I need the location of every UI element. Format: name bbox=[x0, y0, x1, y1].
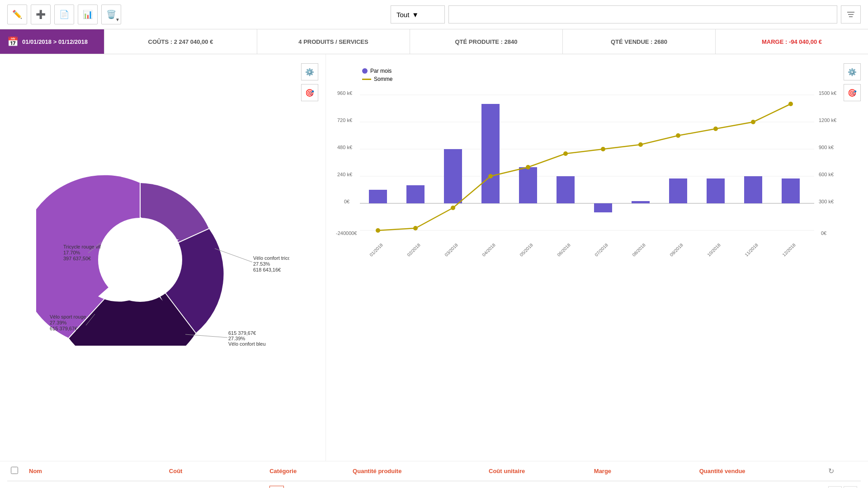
chart-button[interactable]: 📊 bbox=[78, 5, 98, 24]
svg-point-66 bbox=[751, 120, 755, 124]
date-range: 01/01/2018 > 01/12/2018 bbox=[22, 38, 88, 45]
stat-costs: COÛTS : 2 247 040,00 € bbox=[104, 29, 257, 54]
toolbar: ✏️ ➕ 📄 📊 🗑️ ▼ Tout ▼ bbox=[0, 0, 868, 29]
chart-zoom-button-right[interactable]: 🎯 bbox=[844, 84, 861, 101]
col-header-qty-sold: Quantité vendue bbox=[696, 461, 825, 481]
filter-label: Tout bbox=[396, 11, 409, 19]
table-section: Nom Coût Catégorie Quantité produite Coû… bbox=[0, 461, 868, 488]
svg-rect-49 bbox=[557, 176, 575, 203]
svg-point-58 bbox=[451, 206, 455, 210]
svg-text:300 k€: 300 k€ bbox=[819, 199, 834, 204]
svg-text:10/2018: 10/2018 bbox=[706, 242, 722, 258]
legend-dot-monthly bbox=[362, 68, 368, 74]
filter-dropdown[interactable]: Tout ▼ bbox=[391, 5, 445, 23]
svg-point-64 bbox=[676, 133, 680, 138]
svg-rect-44 bbox=[369, 190, 387, 203]
row-qty-sold-1: 700 bbox=[696, 481, 825, 488]
chevron-down-icon: ▼ bbox=[412, 11, 419, 19]
stat-margin: MARGE : -94 040,00 € bbox=[715, 29, 868, 54]
filter-icon bbox=[846, 10, 855, 19]
legend-item-sum: Somme bbox=[362, 76, 392, 82]
category-icon-1 bbox=[269, 486, 284, 488]
chart-settings-button-left[interactable]: ⚙️ bbox=[301, 63, 318, 80]
svg-text:1200 k€: 1200 k€ bbox=[819, 117, 836, 123]
svg-text:-240000€: -240000€ bbox=[336, 230, 357, 236]
stat-qty-sold: QTÉ VENDUE : 2680 bbox=[562, 29, 715, 54]
table-row: Tricycle rouge vif 397 637,50 € 700 568,… bbox=[7, 481, 861, 488]
svg-rect-48 bbox=[519, 167, 537, 203]
col-header-marge: Marge bbox=[590, 461, 696, 481]
legend-label-monthly: Par mois bbox=[370, 68, 392, 74]
svg-text:03/2018: 03/2018 bbox=[443, 242, 459, 258]
edit-button[interactable]: ✏️ bbox=[7, 5, 27, 24]
svg-text:Vélo sport rouge: Vélo sport rouge bbox=[50, 314, 86, 319]
svg-text:07/2018: 07/2018 bbox=[594, 242, 609, 258]
legend-item-monthly: Par mois bbox=[362, 68, 392, 74]
toolbar-right: Tout ▼ bbox=[391, 5, 861, 23]
calendar-icon: 📅 bbox=[7, 36, 19, 47]
svg-text:Vélo confort bleu: Vélo confort bleu bbox=[228, 341, 266, 346]
main-content: Tricycle rouge vif 17.70% 397 637,50€ Vé… bbox=[0, 54, 868, 461]
donut-chart-panel: Tricycle rouge vif 17.70% 397 637,50€ Vé… bbox=[0, 54, 326, 461]
bar-chart-panel: Par mois Somme 960 k€ 720 k€ 480 k€ 240 … bbox=[326, 54, 868, 461]
svg-text:0€: 0€ bbox=[344, 199, 349, 204]
legend-label-sum: Somme bbox=[374, 76, 392, 82]
filter-icon-button[interactable] bbox=[841, 5, 861, 23]
row-search-button-1[interactable]: 🔍 bbox=[828, 486, 842, 488]
filter-bar bbox=[448, 5, 837, 23]
donut-chart: Tricycle rouge vif 17.70% 397 637,50€ Vé… bbox=[36, 169, 289, 346]
row-qty-prod-1: 700 bbox=[349, 481, 485, 488]
row-unit-cost-1: 568,05 € bbox=[485, 481, 590, 488]
svg-text:615 379,67€: 615 379,67€ bbox=[228, 330, 256, 336]
svg-text:27.39%: 27.39% bbox=[50, 320, 67, 325]
svg-rect-53 bbox=[707, 178, 725, 203]
svg-text:02/2018: 02/2018 bbox=[406, 242, 421, 258]
svg-point-60 bbox=[526, 165, 530, 169]
svg-text:06/2018: 06/2018 bbox=[556, 242, 571, 258]
products-table: Nom Coût Catégorie Quantité produite Coû… bbox=[7, 461, 861, 488]
toolbar-left: ✏️ ➕ 📄 📊 🗑️ ▼ bbox=[7, 5, 121, 24]
svg-text:615 379,67€: 615 379,67€ bbox=[50, 326, 77, 331]
refresh-button[interactable]: ↻ bbox=[828, 467, 834, 475]
svg-text:05/2018: 05/2018 bbox=[519, 242, 534, 258]
chart-settings-button-right[interactable]: ⚙️ bbox=[844, 63, 861, 80]
stats-row: 📅 01/01/2018 > 01/12/2018 COÛTS : 2 247 … bbox=[0, 29, 868, 54]
legend-line-sum bbox=[362, 79, 371, 80]
svg-text:600 k€: 600 k€ bbox=[819, 172, 834, 177]
svg-text:09/2018: 09/2018 bbox=[669, 242, 684, 258]
svg-text:480 k€: 480 k€ bbox=[337, 145, 352, 150]
svg-text:27.39%: 27.39% bbox=[228, 336, 245, 341]
svg-text:11/2018: 11/2018 bbox=[744, 242, 759, 258]
svg-text:Vélo confort tricolor: Vélo confort tricolor bbox=[253, 255, 289, 261]
svg-text:900 k€: 900 k€ bbox=[819, 145, 834, 150]
select-all-checkbox[interactable] bbox=[11, 467, 18, 474]
svg-rect-52 bbox=[669, 178, 687, 203]
col-header-cout: Coût bbox=[165, 461, 266, 481]
row-cost-1: 397 637,50 € bbox=[165, 481, 266, 488]
col-header-categorie: Catégorie bbox=[266, 461, 349, 481]
add-button[interactable]: ➕ bbox=[31, 5, 51, 24]
svg-text:618 643,16€: 618 643,16€ bbox=[253, 267, 281, 272]
svg-point-63 bbox=[638, 142, 643, 147]
svg-rect-54 bbox=[744, 176, 762, 203]
delete-button[interactable]: 🗑️ ▼ bbox=[101, 5, 121, 24]
row-margin-1: 32 362,50 € bbox=[590, 481, 696, 488]
stat-products: 4 PRODUITS / SERVICES bbox=[257, 29, 410, 54]
svg-text:1500 k€: 1500 k€ bbox=[819, 90, 836, 96]
stats-date: 📅 01/01/2018 > 01/12/2018 bbox=[0, 29, 104, 54]
svg-point-62 bbox=[601, 147, 605, 151]
row-settings-button-1[interactable]: ⚙️ bbox=[844, 486, 857, 488]
svg-text:720 k€: 720 k€ bbox=[337, 117, 352, 123]
svg-rect-46 bbox=[444, 149, 462, 203]
svg-point-59 bbox=[488, 174, 493, 178]
copy-button[interactable]: 📄 bbox=[54, 5, 74, 24]
svg-rect-55 bbox=[782, 178, 800, 203]
svg-text:27.53%: 27.53% bbox=[253, 261, 270, 267]
svg-rect-50 bbox=[594, 203, 612, 212]
svg-point-67 bbox=[788, 102, 793, 106]
chart-controls-right: ⚙️ 🎯 bbox=[844, 63, 861, 101]
svg-text:08/2018: 08/2018 bbox=[631, 242, 646, 258]
donut-container: Tricycle rouge vif 17.70% 397 637,50€ Vé… bbox=[32, 169, 294, 346]
chart-zoom-button-left[interactable]: 🎯 bbox=[301, 84, 318, 101]
svg-text:960 k€: 960 k€ bbox=[337, 90, 352, 96]
